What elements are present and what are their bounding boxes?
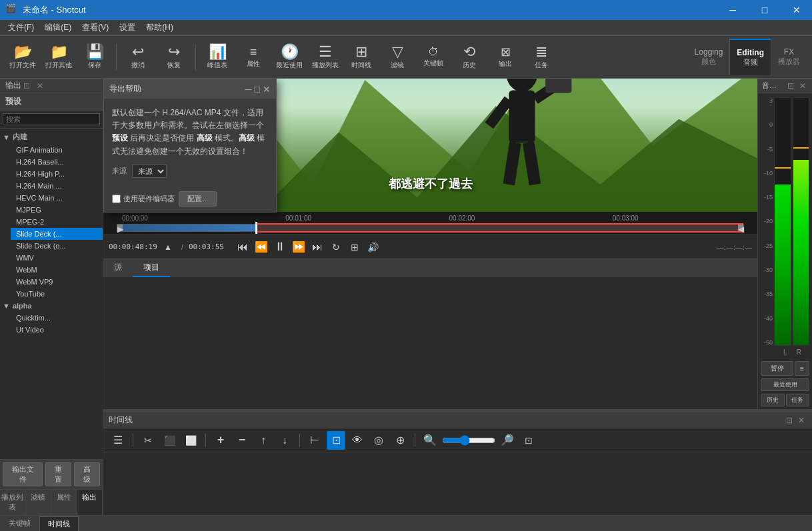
zoom-slider[interactable] (442, 435, 495, 446)
tl-snap-button[interactable]: ⊡ (327, 431, 345, 450)
tl-add-button[interactable]: + (211, 431, 230, 450)
scrub-track[interactable]: ▶ ◀ (117, 224, 744, 232)
history-panel-btn[interactable]: 历史 (761, 394, 785, 406)
config-button[interactable]: 配置... (179, 191, 217, 207)
maximize-button[interactable]: □ (749, 0, 780, 20)
list-item[interactable]: H.264 Baseli... (11, 156, 103, 168)
menu-help[interactable]: 帮助(H) (141, 21, 179, 35)
menu-file[interactable]: 文件(F) (3, 21, 39, 35)
tab-output[interactable]: 输出 (77, 490, 103, 515)
open-other-button[interactable]: 📁 打开其他 (41, 39, 76, 76)
list-item[interactable]: MJPEG (11, 204, 103, 216)
tl-zoom-out-button[interactable]: 🔍 (421, 431, 439, 450)
next-frame-button[interactable]: ⏩ (291, 239, 307, 255)
list-item[interactable]: Ut Video (11, 324, 103, 336)
play-pause-button[interactable]: ⏸ (272, 239, 288, 255)
tl-copy-button[interactable]: ⬛ (160, 431, 179, 450)
list-item[interactable]: Quicktim... (11, 312, 103, 324)
tl-down-button[interactable]: ↓ (275, 431, 294, 450)
keyframes-button[interactable]: ⏱ 关键帧 (416, 39, 451, 76)
playlist-button[interactable]: ☰ 播放列表 (308, 39, 343, 76)
menu-settings[interactable]: 设置 (114, 21, 141, 35)
prev-frame-button[interactable]: ⏪ (253, 239, 269, 255)
float-timeline-icon[interactable]: ⊡ (784, 415, 795, 426)
list-item[interactable]: H.264 Main ... (11, 180, 103, 192)
loop-button[interactable]: ↻ (328, 239, 344, 255)
skip-start-button[interactable]: ⏮ (235, 239, 251, 255)
recent-button[interactable]: 🕐 最近使用 (272, 39, 307, 76)
timeline-button[interactable]: ⊞ 时间线 (344, 39, 379, 76)
float-icon[interactable]: ⊡ (21, 81, 32, 91)
close-meter-icon[interactable]: ✕ (797, 81, 808, 91)
tl-up-button[interactable]: ↑ (254, 431, 273, 450)
menu-edit[interactable]: 编辑(E) (39, 21, 77, 35)
list-item[interactable]: WebM VP9 (11, 276, 103, 288)
reset-button[interactable]: 重置 (45, 462, 71, 486)
time-increment-button[interactable]: ▲ (160, 239, 176, 255)
group-builtin[interactable]: ▼ 内建 (0, 130, 103, 144)
advanced-button[interactable]: 高级 (74, 462, 100, 486)
tab-source[interactable]: 源 (103, 259, 133, 277)
bottom-tab-keyframes[interactable]: 关键帧 (0, 516, 39, 531)
volume-button[interactable]: 🔊 (365, 239, 381, 255)
tasks-panel-btn[interactable]: 任务 (786, 394, 810, 406)
tl-menu-button[interactable]: ☰ (109, 431, 127, 450)
undo-button[interactable]: ↩ 撤消 (121, 39, 155, 76)
menu-view[interactable]: 查看(V) (77, 21, 114, 35)
close-timeline-icon[interactable]: ✕ (796, 415, 807, 426)
tl-zoom-in-button[interactable]: 🔎 (498, 431, 517, 450)
workspace-fx[interactable]: FX 播放器 (771, 39, 807, 75)
dialog-close-icon[interactable]: ✕ (263, 84, 271, 95)
tab-filters[interactable]: 滤镜 (26, 490, 52, 515)
tl-split-button[interactable]: ⊢ (305, 431, 324, 450)
list-item[interactable]: MPEG-2 (11, 216, 103, 228)
tl-cut-button[interactable]: ✂ (139, 431, 157, 450)
source-select[interactable]: 来源 (132, 165, 167, 178)
dialog-minimize-icon[interactable]: ─ (245, 84, 252, 95)
output-button[interactable]: ⊠ 输出 (488, 39, 523, 76)
close-panel-icon[interactable]: ✕ (35, 81, 45, 91)
recent-panel-btn[interactable]: 最近使用 (761, 378, 809, 391)
workspace-logging[interactable]: Logging 颜色 (688, 39, 731, 75)
list-item[interactable]: GIF Animation (11, 144, 103, 156)
save-button[interactable]: 💾 保存 (77, 39, 112, 76)
stop-button[interactable]: 暂停 (761, 361, 793, 376)
tl-ripple2-button[interactable]: ◎ (369, 431, 388, 450)
list-item[interactable]: HEVC Main ... (11, 192, 103, 204)
group-alpha[interactable]: ▼ alpha (0, 300, 103, 312)
grid-button[interactable]: ⊞ (347, 239, 363, 255)
output-file-button[interactable]: 输出文件 (3, 462, 43, 486)
peak-meter-button[interactable]: 📊 峰值表 (200, 39, 235, 76)
close-button[interactable]: ✕ (781, 0, 812, 20)
float-meter-icon[interactable]: ⊡ (785, 81, 796, 91)
tab-playlist[interactable]: 播放列表 (0, 490, 26, 515)
minimize-button[interactable]: ─ (717, 0, 748, 20)
tl-fit-button[interactable]: ⊡ (519, 431, 538, 450)
skip-end-button[interactable]: ⏭ (309, 239, 325, 255)
history-button[interactable]: ⟲ 历史 (452, 39, 487, 76)
list-item-selected[interactable]: Slide Deck (... (11, 228, 103, 240)
tab-project[interactable]: 项目 (133, 259, 170, 277)
open-file-button[interactable]: 📂 打开文件 (5, 39, 40, 76)
scrub-end-handle[interactable]: ◀ (738, 225, 743, 231)
search-input[interactable] (3, 113, 100, 125)
properties-button[interactable]: ≡ 属性 (236, 39, 271, 76)
scrub-start-handle[interactable]: ▶ (117, 225, 123, 231)
list-item[interactable]: Slide Deck (o... (11, 240, 103, 252)
workspace-editing[interactable]: Editing 音频 (730, 39, 771, 75)
tl-paste-button[interactable]: ⬜ (181, 431, 200, 450)
tab-properties[interactable]: 属性 (51, 490, 77, 515)
hardware-encoder-check[interactable] (112, 195, 121, 203)
tl-marker-button[interactable]: ⊕ (391, 431, 409, 450)
tl-ripple-button[interactable]: 👁 (348, 431, 367, 450)
list-item[interactable]: WebM (11, 264, 103, 276)
menu-button[interactable]: ≡ (795, 361, 809, 376)
list-item[interactable]: H.264 High P... (11, 168, 103, 180)
redo-button[interactable]: ↪ 恢复 (157, 39, 191, 76)
dialog-expand-icon[interactable]: □ (255, 84, 260, 95)
tasks-button[interactable]: ≣ 任务 (524, 39, 559, 76)
list-item[interactable]: YouTube (11, 288, 103, 300)
filters-button[interactable]: ▽ 滤镜 (380, 39, 415, 76)
list-item[interactable]: WMV (11, 252, 103, 264)
bottom-tab-timeline[interactable]: 时间线 (39, 516, 79, 531)
